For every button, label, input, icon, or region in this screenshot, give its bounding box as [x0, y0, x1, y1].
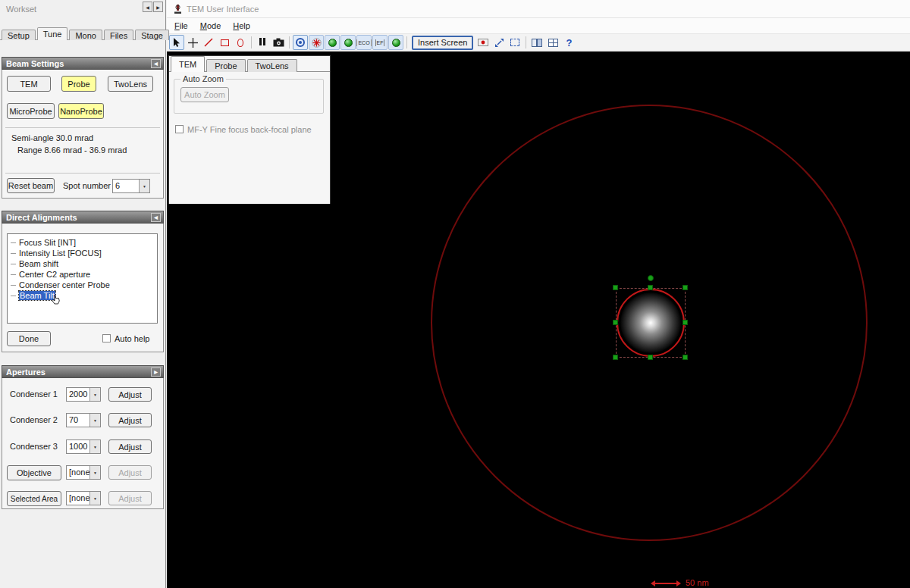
list-item-intensity-list[interactable]: Intensity List [FOCUS]: [8, 248, 157, 258]
nanoprobe-button[interactable]: NanoProbe: [58, 103, 104, 119]
tab-twolens[interactable]: TwoLens: [247, 59, 297, 72]
selection-rotation-handle[interactable]: [648, 275, 654, 281]
menu-file[interactable]: File: [168, 19, 194, 33]
beam-marker-button[interactable]: [475, 35, 491, 50]
ellipse-tool-button[interactable]: [233, 35, 248, 50]
done-button[interactable]: Done: [7, 331, 51, 346]
menu-mode[interactable]: Mode: [194, 19, 228, 33]
condenser1-dropdown[interactable]: 2000 ▼: [66, 387, 101, 402]
list-item-focus-slit[interactable]: Focus Slit [INT]: [8, 237, 157, 248]
menu-help[interactable]: Help: [227, 19, 256, 33]
tab-scroll-right-button[interactable]: ▶: [153, 2, 163, 12]
direct-alignments-title: Direct Alignments: [6, 213, 77, 222]
scale-label: 50 nm: [686, 578, 709, 587]
divider: [5, 173, 160, 174]
divider: [5, 127, 160, 128]
pause-acquisition-button[interactable]: [255, 35, 270, 50]
insert-screen-button[interactable]: Insert Screen: [412, 36, 473, 50]
app-icon: [173, 4, 182, 14]
tab-stage[interactable]: Stage: [135, 30, 169, 40]
move-tool-button[interactable]: [185, 35, 200, 50]
status-green-button-2[interactable]: [340, 35, 356, 50]
control-panel-tab-strip: TEM Probe TwoLens: [169, 56, 330, 72]
condenser1-label: Condenser 1: [10, 389, 58, 399]
status-green-button-3[interactable]: [388, 35, 403, 50]
selection-handle-n[interactable]: [648, 285, 653, 290]
mfy-fine-focus-label: MF-Y Fine focus back-focal plane: [187, 125, 312, 134]
camera-acquire-button[interactable]: [271, 35, 286, 50]
twolens-mode-button[interactable]: TwoLens: [108, 76, 153, 92]
help-button[interactable]: ?: [561, 35, 576, 50]
condenser1-adjust-button[interactable]: Adjust: [108, 387, 152, 402]
toolbar-separator: [251, 36, 252, 48]
objective-dropdown[interactable]: [none] ▼: [66, 465, 101, 480]
selection-handle-s[interactable]: [648, 355, 653, 360]
list-item-beam-shift[interactable]: Beam shift: [8, 258, 157, 269]
semi-angle-text: Semi-angle 30.0 mrad: [11, 133, 93, 142]
dual-pane-button[interactable]: [529, 35, 544, 50]
objective-button[interactable]: Objective: [7, 465, 61, 480]
beam-burst-button[interactable]: [309, 35, 324, 50]
selection-handle-w[interactable]: [613, 320, 618, 325]
selection-handle-sw[interactable]: [613, 355, 618, 360]
list-item-center-c2[interactable]: Center C2 aperture: [8, 269, 157, 280]
selection-rectangle[interactable]: [616, 288, 686, 358]
ccd-viewport[interactable]: 50 nm TEM Probe TwoLens Auto Zoom Auto Z…: [167, 52, 910, 588]
condenser3-dropdown[interactable]: 1000 ▼: [66, 439, 101, 454]
probe-mode-button[interactable]: Probe: [61, 76, 96, 92]
tem-mode-button[interactable]: TEM: [7, 76, 51, 92]
selected-area-adjust-button[interactable]: Adjust: [108, 491, 152, 505]
hand-cursor-icon: [52, 295, 60, 305]
pointer-tool-button[interactable]: [169, 35, 184, 50]
auto-help-checkbox[interactable]: [102, 334, 111, 342]
scroll-right-icon: ▶: [156, 5, 160, 10]
selection-handle-nw[interactable]: [613, 285, 618, 290]
tab-probe[interactable]: Probe: [206, 59, 245, 72]
condenser3-adjust-button[interactable]: Adjust: [108, 439, 152, 454]
apertures-title: Apertures: [6, 368, 46, 377]
objective-adjust-button[interactable]: Adjust: [108, 465, 152, 480]
rectangle-tool-button[interactable]: [217, 35, 232, 50]
direct-alignments-collapse-button[interactable]: ◀: [151, 213, 161, 222]
beam-settings-collapse-button[interactable]: ◀: [151, 59, 161, 68]
zoom-extents-button[interactable]: [491, 35, 507, 50]
tab-mono[interactable]: Mono: [69, 30, 102, 40]
selected-area-button[interactable]: Selected Area: [7, 491, 61, 506]
eco-mode-button[interactable]: ECO: [356, 35, 372, 50]
grid-icon: [548, 39, 558, 47]
apertures-panel: Apertures ▶ Condenser 1 2000 ▼ Adjust Co…: [2, 365, 164, 509]
condenser2-adjust-button[interactable]: Adjust: [108, 413, 152, 427]
selected-area-dropdown[interactable]: [none] ▼: [66, 491, 101, 505]
spot-number-dropdown[interactable]: 6 ▼: [112, 179, 150, 193]
line-tool-button[interactable]: [201, 35, 216, 50]
reset-beam-button[interactable]: Reset beam: [7, 178, 55, 193]
ef-mode-button[interactable]: EF: [372, 35, 388, 50]
tab-tem[interactable]: TEM: [171, 56, 205, 72]
dropdown-arrow-icon: ▼: [89, 466, 100, 479]
selection-handle-e[interactable]: [682, 320, 688, 325]
apertures-expand-button[interactable]: ▶: [151, 368, 161, 377]
auto-zoom-button[interactable]: Auto Zoom: [180, 87, 229, 102]
mfy-fine-focus-checkbox[interactable]: [175, 125, 184, 133]
tab-tune[interactable]: Tune: [37, 27, 68, 40]
selection-handle-se[interactable]: [682, 355, 688, 360]
select-region-button[interactable]: [507, 35, 522, 50]
condenser2-dropdown[interactable]: 70 ▼: [66, 413, 101, 427]
green-circle-icon: [344, 39, 353, 47]
tab-files[interactable]: Files: [104, 30, 133, 40]
screen-dot-icon: [478, 38, 488, 47]
list-item-condenser-center[interactable]: Condenser center Probe: [8, 280, 157, 290]
beam-target-button[interactable]: [293, 35, 308, 50]
selection-handle-ne[interactable]: [682, 285, 688, 290]
pause-icon: [259, 38, 266, 47]
list-item-beam-tilt[interactable]: Beam Tilt: [8, 290, 157, 301]
status-green-button-1[interactable]: [325, 35, 340, 50]
tab-setup[interactable]: Setup: [2, 30, 36, 40]
apertures-header: Apertures ▶: [2, 365, 164, 378]
tile-view-button[interactable]: [545, 35, 560, 50]
microprobe-button[interactable]: MicroProbe: [7, 103, 55, 119]
scroll-left-icon: ◀: [146, 5, 149, 10]
starburst-icon: [312, 38, 322, 48]
tab-scroll-left-button[interactable]: ◀: [143, 2, 152, 12]
toolbar-separator: [526, 36, 526, 48]
